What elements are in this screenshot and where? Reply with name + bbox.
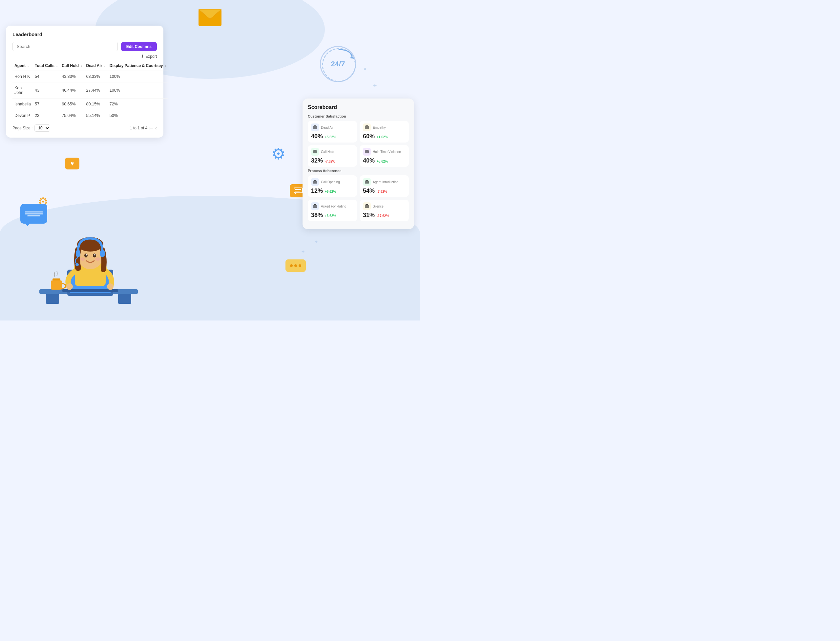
sort-arrow-patience: ↓ <box>165 64 166 68</box>
svg-rect-36 <box>314 126 316 126</box>
score-card-header: Agent Inroduction <box>363 178 406 186</box>
star-deco-1: ✦ <box>363 66 368 73</box>
score-grid-0: Dead Air 40% +5.62% Empathy <box>308 121 409 167</box>
dot-1 <box>290 264 293 267</box>
scoreboard-title: Scoreboard <box>308 105 409 110</box>
page-size-select[interactable]: 10 25 50 <box>34 124 50 132</box>
score-card-icon <box>311 178 319 186</box>
score-card-body: 31% -17.62% <box>363 212 406 219</box>
export-label: Export <box>145 54 157 59</box>
score-card-change: +5.62% <box>377 159 388 163</box>
chat-tail <box>25 223 30 226</box>
metric-icon <box>313 150 317 154</box>
svg-rect-45 <box>365 180 369 184</box>
svg-rect-35 <box>313 126 317 129</box>
score-card-change: +5.62% <box>325 135 336 139</box>
table-row: Ron H K 54 43.33% 63.33% 100% <box>13 71 168 82</box>
col-patience[interactable]: Display Patience & Courtsey ↓ <box>108 61 168 71</box>
svg-rect-46 <box>366 180 368 180</box>
table-row: Ishabella 57 60.65% 80.15% 72% <box>13 98 168 110</box>
heart-bubble: ♥ <box>65 158 79 169</box>
svg-point-28 <box>86 254 87 256</box>
scoreboard-section-1: Process Adherence Call Opening 12% +5.62… <box>308 169 409 221</box>
svg-point-34 <box>95 258 100 261</box>
score-card-header: Dead Air <box>311 124 354 131</box>
col-agent[interactable]: Agent ↓ <box>13 61 33 71</box>
svg-point-33 <box>80 258 85 261</box>
col-call-hold[interactable]: Call Hold ↓ <box>60 61 84 71</box>
pagination-info: 1 to 1 of 4 <box>130 126 147 130</box>
score-card-icon <box>363 148 371 156</box>
search-input[interactable] <box>13 42 118 51</box>
leaderboard-toolbar: Edit Coulmns <box>13 42 157 51</box>
score-card-header: Call Opening <box>311 178 354 186</box>
svg-rect-30 <box>76 250 80 257</box>
circle-247: 24/7 <box>320 46 356 82</box>
cell-agent-1: Ken John <box>13 82 33 98</box>
cell-calls-3: 22 <box>33 110 60 121</box>
cell-patience-3: 50% <box>108 110 168 121</box>
score-card-body: 38% +3.62% <box>311 212 354 219</box>
svg-rect-37 <box>365 126 369 129</box>
svg-rect-47 <box>313 205 317 208</box>
svg-point-26 <box>84 253 88 258</box>
score-card-value: 54% <box>363 187 375 195</box>
cell-hold-3: 75.64% <box>60 110 84 121</box>
svg-rect-38 <box>366 126 368 126</box>
circle-247-label: 24/7 <box>331 60 345 68</box>
score-card-value: 31% <box>363 212 375 219</box>
export-button[interactable]: ⬇ Export <box>140 54 157 59</box>
score-card-body: 54% -7.62% <box>363 187 406 195</box>
svg-rect-19 <box>53 279 60 280</box>
star-deco-2: ✦ <box>373 82 377 89</box>
speech-icon <box>294 187 303 194</box>
svg-rect-50 <box>366 204 368 205</box>
scoreboard-sections: Customer Satisfaction Dead Air 40% +5.62… <box>308 114 409 221</box>
score-card-0-1: Empathy 60% +1.62% <box>360 121 409 143</box>
chat-line-2 <box>25 213 43 214</box>
svg-point-32 <box>75 263 79 266</box>
score-card-icon <box>363 178 371 186</box>
pagination-controls: 1 to 1 of 4 ⊢ ‹ <box>130 126 157 131</box>
score-card-body: 12% +5.62% <box>311 187 354 195</box>
cell-agent-2: Ishabella <box>13 98 33 110</box>
score-card-value: 32% <box>311 157 323 164</box>
svg-rect-18 <box>51 280 62 290</box>
svg-rect-31 <box>100 250 105 257</box>
col-total-calls[interactable]: Total Calls ↓ <box>33 61 60 71</box>
score-card-header: Empathy <box>363 124 406 131</box>
pagination-prev[interactable]: ‹ <box>155 126 157 131</box>
table-body: Ron H K 54 43.33% 63.33% 100% Ken John 4… <box>13 71 168 121</box>
scoreboard-card: Scoreboard Customer Satisfaction Dead Ai… <box>302 98 414 229</box>
table-header-row: Agent ↓ Total Calls ↓ Call Hold ↓ Dead A… <box>13 61 168 71</box>
section-label-0: Customer Satisfaction <box>308 114 409 118</box>
table-row: Ken John 43 46.44% 27.44% 100% <box>13 82 168 98</box>
sparkle-1: ✦ <box>301 249 305 255</box>
illustration-wrapper <box>33 206 145 311</box>
cell-agent-0: Ron H K <box>13 71 33 82</box>
score-card-1-1: Agent Inroduction 54% -7.62% <box>360 176 409 197</box>
svg-point-22 <box>66 283 73 290</box>
score-card-name: Empathy <box>373 126 385 129</box>
score-card-change: +5.62% <box>325 190 336 193</box>
cell-dead-air-2: 80.15% <box>84 98 108 110</box>
cell-patience-2: 72% <box>108 98 168 110</box>
metric-icon <box>313 204 317 209</box>
score-card-icon <box>363 202 371 210</box>
pagination-first[interactable]: ⊢ <box>149 126 153 131</box>
svg-rect-49 <box>365 205 369 208</box>
score-card-name: Hold Time Violation <box>373 150 401 154</box>
col-dead-air[interactable]: Dead Air ↓ <box>84 61 108 71</box>
edit-columns-button[interactable]: Edit Coulmns <box>121 42 157 51</box>
svg-rect-44 <box>314 180 316 180</box>
cell-dead-air-0: 63.33% <box>84 71 108 82</box>
scoreboard-section-0: Customer Satisfaction Dead Air 40% +5.62… <box>308 114 409 167</box>
score-card-1-2: Asked For Rating 38% +3.62% <box>308 200 357 221</box>
svg-rect-40 <box>314 150 316 150</box>
cell-dead-air-1: 27.44% <box>84 82 108 98</box>
score-card-change: -7.62% <box>377 190 387 193</box>
agent-illustration <box>33 206 145 311</box>
score-card-value: 40% <box>363 157 375 164</box>
dots-bubble <box>286 259 306 272</box>
svg-rect-43 <box>313 180 317 184</box>
